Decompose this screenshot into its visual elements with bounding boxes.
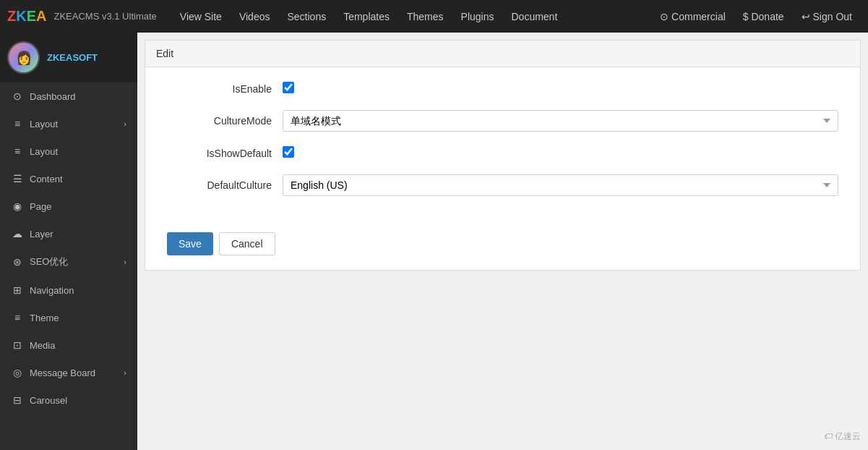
sidebar-item-label: Content — [30, 174, 63, 184]
is-enable-label: IsEnable — [167, 83, 283, 95]
sidebar-item-label: Layout — [30, 119, 58, 130]
default-culture-label: DefaultCulture — [167, 179, 283, 191]
sidebar-item-label: Layer — [30, 229, 53, 239]
message-board-icon: ◎ — [11, 367, 24, 378]
logo: ZKEA — [7, 8, 46, 25]
commercial-link[interactable]: ⊙ Commercial — [651, 0, 734, 33]
sidebar-item-content[interactable]: ☰ Content — [0, 165, 137, 192]
theme-icon: ≡ — [11, 312, 24, 323]
sidebar-user: 👩 ZKEASOFT — [0, 33, 137, 82]
form-row-culture-mode: CultureMode 单域名模式 多域名模式 — [167, 110, 838, 132]
edit-panel-header: Edit — [145, 41, 860, 67]
content-area: Edit IsEnable CultureMode 单域名模式 — [137, 33, 868, 450]
is-show-default-label: IsShowDefault — [167, 148, 283, 159]
sidebar-item-layout[interactable]: ≡ Layout — [0, 137, 137, 165]
sidebar-item-message-board[interactable]: ◎ Message Board › — [0, 359, 137, 386]
edit-title: Edit — [156, 48, 173, 59]
layer-icon: ☁ — [11, 228, 24, 239]
chevron-right-icon: › — [124, 119, 126, 128]
sign-out-link[interactable]: ↩ Sign Out — [793, 0, 861, 33]
default-culture-select[interactable]: English (US) 中文 — [283, 174, 838, 196]
culture-mode-label: CultureMode — [167, 115, 283, 127]
chevron-right-icon: › — [124, 258, 126, 266]
topnav-right: ⊙ Commercial $ Donate ↩ Sign Out — [651, 0, 861, 33]
edit-panel: Edit IsEnable CultureMode 单域名模式 — [145, 40, 861, 271]
sidebar-username: ZKEASOFT — [47, 52, 98, 63]
save-button[interactable]: Save — [167, 232, 213, 255]
sidebar-item-page[interactable]: ◉ Page — [0, 192, 137, 220]
cancel-button[interactable]: Cancel — [219, 232, 275, 255]
page-icon: ◉ — [11, 200, 24, 212]
sidebar-item-label: Theme — [30, 313, 59, 323]
chevron-right-icon: › — [124, 368, 126, 377]
sidebar-item-layout-top[interactable]: ≡ Layout › — [0, 110, 137, 137]
nav-view-site[interactable]: View Site — [171, 0, 231, 33]
layout-icon: ≡ — [11, 145, 24, 157]
culture-mode-select[interactable]: 单域名模式 多域名模式 — [283, 110, 838, 132]
content-icon: ☰ — [11, 173, 24, 184]
sidebar-item-label: Dashboard — [30, 91, 76, 102]
form-row-default-culture: DefaultCulture English (US) 中文 — [167, 174, 838, 196]
sidebar-item-dashboard[interactable]: ⊙ Dashboard — [0, 82, 137, 110]
is-enable-checkbox[interactable] — [283, 82, 294, 93]
is-enable-wrap — [283, 82, 838, 95]
nav-sections[interactable]: Sections — [278, 0, 335, 33]
nav-document[interactable]: Document — [502, 0, 566, 33]
nav-videos[interactable]: Videos — [231, 0, 279, 33]
nav-themes[interactable]: Themes — [398, 0, 452, 33]
sidebar-item-theme[interactable]: ≡ Theme — [0, 304, 137, 331]
sidebar-item-carousel[interactable]: ⊟ Carousel — [0, 386, 137, 414]
watermark: 🏷 亿速云 — [824, 430, 861, 443]
sidebar-item-label: Carousel — [30, 395, 67, 406]
layout-top-icon: ≡ — [11, 118, 24, 130]
sidebar-item-navigation[interactable]: ⊞ Navigation — [0, 276, 137, 304]
nav-plugins[interactable]: Plugins — [452, 0, 503, 33]
form-actions: Save Cancel — [145, 225, 860, 270]
media-icon: ⊡ — [11, 339, 24, 351]
sidebar-item-label: SEO优化 — [30, 255, 68, 268]
sidebar: 👩 ZKEASOFT ⊙ Dashboard ≡ Layout › ≡ Layo… — [0, 33, 137, 450]
avatar: 👩 — [7, 41, 40, 74]
form-row-is-enable: IsEnable — [167, 82, 838, 95]
carousel-icon: ⊟ — [11, 394, 24, 406]
sidebar-item-label: Navigation — [30, 285, 74, 296]
sidebar-item-media[interactable]: ⊡ Media — [0, 331, 137, 359]
default-culture-wrap: English (US) 中文 — [283, 174, 838, 196]
seo-icon: ⊛ — [11, 256, 24, 268]
form-row-is-show-default: IsShowDefault — [167, 146, 838, 160]
sidebar-item-label: Page — [30, 201, 51, 212]
version-label: ZKEACMS v3.1 Ultimate — [53, 11, 156, 22]
culture-mode-wrap: 单域名模式 多域名模式 — [283, 110, 838, 132]
sidebar-item-label: Layout — [30, 146, 58, 157]
topnav: ZKEA ZKEACMS v3.1 Ultimate View Site Vid… — [0, 0, 868, 33]
sidebar-item-seo[interactable]: ⊛ SEO优化 › — [0, 247, 137, 276]
navigation-icon: ⊞ — [11, 284, 24, 296]
is-show-default-checkbox[interactable] — [283, 146, 294, 158]
nav-templates[interactable]: Templates — [335, 0, 398, 33]
topnav-links: View Site Videos Sections Templates Them… — [171, 0, 651, 33]
avatar-image: 👩 — [9, 43, 38, 72]
dashboard-icon: ⊙ — [11, 90, 24, 102]
edit-panel-body: IsEnable CultureMode 单域名模式 多域名模式 — [145, 67, 860, 225]
sidebar-item-label: Message Board — [30, 368, 95, 378]
donate-link[interactable]: $ Donate — [734, 0, 793, 33]
main-container: 👩 ZKEASOFT ⊙ Dashboard ≡ Layout › ≡ Layo… — [0, 33, 868, 450]
sidebar-item-label: Media — [30, 340, 55, 351]
is-show-default-wrap — [283, 146, 838, 160]
sidebar-item-layer[interactable]: ☁ Layer — [0, 220, 137, 247]
